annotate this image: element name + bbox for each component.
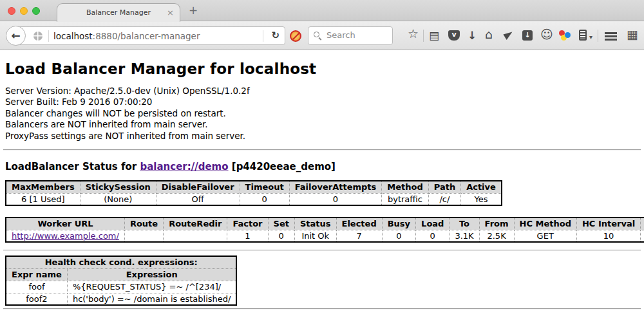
cell-elected: 7: [336, 230, 382, 242]
col-method: Method: [382, 181, 428, 193]
back-button[interactable]: ←: [6, 26, 26, 46]
content-blocker-icon[interactable]: [290, 30, 301, 42]
status-suffix: [p4420eeae_demo]: [232, 161, 336, 172]
cell-busy: 0: [382, 230, 415, 242]
worker-url-link[interactable]: http://www.example.com/: [12, 231, 119, 241]
col-expr-name: Expr name: [6, 268, 67, 281]
health-check-table: Health check cond. expressions: Expr nam…: [5, 256, 237, 306]
downloads-icon[interactable]: ↓: [468, 29, 477, 42]
video-download-icon[interactable]: ↓: [522, 30, 533, 41]
send-page-icon[interactable]: [503, 30, 514, 40]
cell-expr-name: foof: [6, 281, 67, 293]
col-maxmembers: MaxMembers: [6, 181, 80, 193]
balancer-link[interactable]: balancer://demo: [140, 161, 228, 172]
chevron-down-icon[interactable]: ▾: [589, 31, 592, 44]
reading-list-icon[interactable]: ▤: [429, 29, 439, 42]
url-separator: [48, 30, 49, 42]
cell-expr-name: foof2: [6, 293, 67, 305]
col-worker-url: Worker URL: [6, 218, 124, 230]
cell-hc-interval: 10: [576, 230, 640, 242]
container-icon[interactable]: [579, 30, 587, 41]
section-divider: [3, 149, 641, 151]
server-info: Server Version: Apache/2.5.0-dev (Unix) …: [5, 86, 644, 142]
search-input[interactable]: [325, 30, 390, 41]
cell-expression: %{REQUEST_STATUS} =~ /^[234]/: [67, 281, 236, 293]
col-load: Load: [416, 218, 450, 230]
col-failoverattempts: FailoverAttempts: [289, 181, 382, 193]
cell-hc-method: GET: [514, 230, 576, 242]
info-line: Balancer changes will NOT be persisted o…: [5, 108, 644, 119]
site-identity-globe-icon[interactable]: [33, 32, 43, 41]
url-text[interactable]: localhost:8880/balancer-manager: [53, 31, 200, 41]
col-active: Active: [461, 181, 502, 193]
page-title: Load Balancer Manager for localhost: [5, 60, 644, 77]
col-to: To: [450, 218, 479, 230]
url-path: :8880/balancer-manager: [93, 31, 200, 41]
cell-path: /c/: [428, 193, 460, 205]
col-busy: Busy: [382, 218, 415, 230]
info-line: ProxyPass settings are NOT inherited fro…: [5, 131, 644, 142]
cell-disablefailover: Off: [156, 193, 240, 205]
cell-route: [124, 230, 163, 242]
search-icon: [314, 32, 319, 37]
col-passes: Passes: [641, 218, 644, 230]
cell-to: 3.1K: [450, 230, 479, 242]
close-window-button[interactable]: [8, 7, 15, 15]
tiles-grid-icon[interactable]: ▦: [627, 28, 638, 41]
zoom-window-button[interactable]: [32, 7, 40, 15]
reload-icon[interactable]: ↻: [271, 30, 279, 41]
table-row: 6 [1 Used] (None) Off 0 0 bytraffic /c/ …: [6, 193, 502, 205]
cell-maxmembers: 6 [1 Used]: [6, 193, 80, 205]
table-title-row: Health check cond. expressions:: [6, 256, 236, 268]
cell-active: Yes: [461, 193, 502, 205]
col-routeredir: RouteRedir: [164, 218, 227, 230]
table-row: foof2 hc('body') =~ /domain is establish…: [6, 293, 236, 305]
tab-close-icon[interactable]: ×: [167, 8, 174, 17]
cell-stickysession: (None): [80, 193, 156, 205]
bookmark-star-icon[interactable]: ☆: [408, 27, 419, 40]
section-divider: [3, 250, 641, 251]
table-header-row: Worker URL Route RouteRedir Factor Set S…: [6, 218, 644, 230]
title-bar: Balancer Manager × +: [0, 0, 644, 21]
col-timeout: Timeout: [240, 181, 289, 193]
col-hc-method: HC Method: [514, 218, 576, 230]
cell-load: 0: [416, 230, 450, 242]
info-line: Balancers are NOT inherited from main se…: [5, 119, 644, 130]
extension-colored-dots-icon[interactable]: [559, 30, 572, 41]
worker-row: http://www.example.com/ 1 0 Init Ok 7 0 …: [6, 230, 644, 242]
feedback-smiley-icon[interactable]: ☺: [540, 28, 553, 41]
server-built-line: Server Built: Feb 9 2016 07:00:20: [5, 97, 644, 107]
status-prefix: LoadBalancer Status for: [5, 161, 137, 172]
toolbar-divider: [423, 30, 424, 42]
section-divider: [3, 308, 641, 310]
table-header-row: MaxMembers StickySession DisableFailover…: [6, 181, 502, 193]
table-row: foof %{REQUEST_STATUS} =~ /^[234]/: [6, 281, 236, 293]
pocket-icon[interactable]: v: [448, 30, 460, 41]
page-content: Load Balancer Manager for localhost Serv…: [0, 60, 644, 310]
new-tab-button[interactable]: +: [189, 4, 198, 17]
table-header-row: Expr name Expression: [6, 268, 236, 281]
col-set: Set: [268, 218, 294, 230]
url-separator: [263, 30, 263, 42]
cell-set: 0: [268, 230, 294, 242]
home-icon[interactable]: ⌂: [485, 28, 493, 41]
cell-from: 2.5K: [479, 230, 514, 242]
col-from: From: [479, 218, 514, 230]
navigation-toolbar: ← localhost:8880/balancer-manager ↻ ☆ ▤ …: [0, 21, 644, 50]
cell-worker-url: http://www.example.com/: [6, 230, 124, 242]
cell-factor: 1: [227, 230, 268, 242]
tab-balancer-manager[interactable]: Balancer Manager ×: [57, 3, 180, 22]
cell-status: Init Ok: [294, 230, 336, 242]
search-bar[interactable]: [308, 26, 393, 45]
server-version-line: Server Version: Apache/2.5.0-dev (Unix) …: [5, 86, 644, 97]
col-elected: Elected: [336, 218, 382, 230]
col-path: Path: [428, 181, 460, 193]
menu-hamburger-icon[interactable]: [605, 32, 617, 34]
cell-passes: 1 (0): [641, 230, 644, 242]
cell-method: bytraffic: [382, 193, 428, 205]
minimize-window-button[interactable]: [20, 7, 28, 15]
worker-table: Worker URL Route RouteRedir Factor Set S…: [5, 217, 644, 243]
col-route: Route: [124, 218, 163, 230]
url-bar[interactable]: localhost:8880/balancer-manager ↻: [17, 26, 285, 45]
col-factor: Factor: [227, 218, 268, 230]
